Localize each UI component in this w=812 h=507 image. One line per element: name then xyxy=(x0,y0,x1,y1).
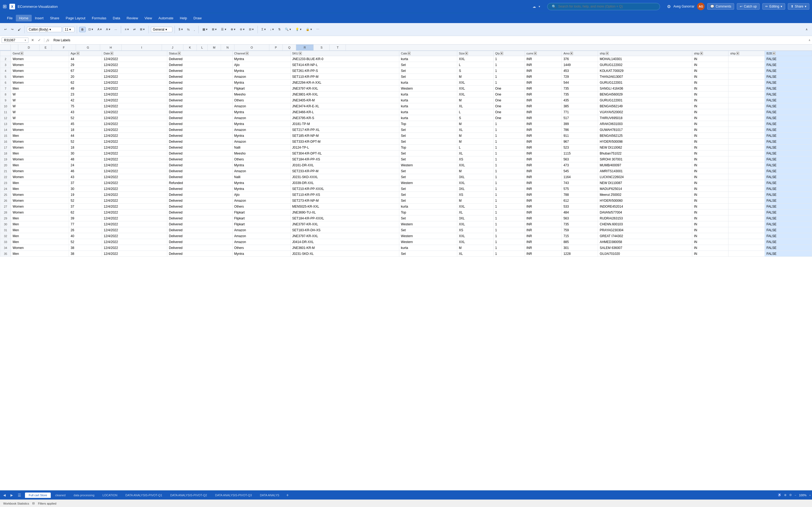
table-cell[interactable]: 3XL xyxy=(457,186,494,192)
table-cell[interactable]: Set xyxy=(399,62,457,68)
table-cell[interactable]: Women xyxy=(11,139,69,145)
table-cell[interactable]: 30 xyxy=(69,151,102,156)
table-cell[interactable]: Delivered xyxy=(167,156,233,162)
table-cell[interactable]: INR xyxy=(525,215,562,221)
select-all-button[interactable] xyxy=(11,45,18,50)
header-b2b[interactable]: B2B ▾ xyxy=(765,51,812,56)
catchup-button[interactable]: ↩ Catch up xyxy=(737,3,760,10)
filter-icon-ship1[interactable]: ▾ xyxy=(606,52,609,55)
table-cell[interactable]: Delivered xyxy=(167,186,233,192)
table-cell[interactable]: FALSE xyxy=(765,97,812,103)
formula-input[interactable] xyxy=(52,38,807,43)
table-cell[interactable] xyxy=(728,233,765,239)
table-cell[interactable]: kurta xyxy=(399,245,457,251)
table-cell[interactable]: Men xyxy=(11,251,69,257)
table-cell[interactable]: Set xyxy=(399,74,457,80)
table-cell[interactable]: Men xyxy=(11,133,69,139)
table-cell[interactable]: M xyxy=(457,139,494,145)
table-cell[interactable] xyxy=(728,127,765,133)
align-left-button[interactable]: ≡ ▾ xyxy=(123,26,131,32)
table-cell[interactable]: 39 xyxy=(69,215,102,221)
table-cell[interactable] xyxy=(728,215,765,221)
table-cell[interactable]: 301 xyxy=(562,245,598,251)
table-cell[interactable]: Western xyxy=(399,233,457,239)
table-cell[interactable]: INR xyxy=(525,210,562,215)
table-cell[interactable]: 12/4/2022 xyxy=(102,239,167,245)
table-cell[interactable]: Set xyxy=(399,198,457,204)
table-cell[interactable]: 12/4/2022 xyxy=(102,103,167,109)
table-cell[interactable]: FALSE xyxy=(765,210,812,215)
table-cell[interactable]: kurta xyxy=(399,109,457,115)
table-cell[interactable]: W xyxy=(11,92,69,97)
table-cell[interactable]: 1 xyxy=(494,127,525,133)
table-cell[interactable]: Western xyxy=(399,180,457,186)
table-cell[interactable]: 1 xyxy=(494,204,525,210)
table-cell[interactable]: Flipkart xyxy=(233,215,291,221)
table-cell[interactable]: Nalli xyxy=(233,145,291,151)
table-cell[interactable]: Delivered xyxy=(167,168,233,174)
table-cell[interactable]: IN xyxy=(692,198,728,204)
table-cell[interactable]: IN xyxy=(692,239,728,245)
table-cell[interactable] xyxy=(728,192,765,198)
table-cell[interactable]: IN xyxy=(692,227,728,233)
table-cell[interactable]: KOLKAT.700029 xyxy=(598,68,692,74)
percent-button[interactable]: % xyxy=(186,27,192,32)
row-number[interactable]: 33 xyxy=(0,239,11,245)
table-cell[interactable]: 12/4/2022 xyxy=(102,245,167,251)
network-icon[interactable]: ⊕ xyxy=(784,493,786,497)
table-cell[interactable]: JNE3797-KR-XXL xyxy=(291,233,399,239)
table-cell[interactable]: SALEM 636007 xyxy=(598,245,692,251)
table-cell[interactable]: Delivered xyxy=(167,221,233,227)
col-header-N[interactable]: N xyxy=(221,45,235,50)
table-cell[interactable] xyxy=(728,133,765,139)
table-cell[interactable]: J0181-TP-M xyxy=(291,121,399,127)
table-cell[interactable]: 1 xyxy=(494,174,525,180)
table-cell[interactable]: 1 xyxy=(494,74,525,80)
find-button[interactable]: 🔍 ▾ xyxy=(283,26,293,32)
table-cell[interactable]: FALSE xyxy=(765,127,812,133)
cell-reference-box[interactable]: R31067 ▾ xyxy=(2,38,29,43)
table-cell[interactable]: 40 xyxy=(69,233,102,239)
row-number[interactable]: 29 xyxy=(0,215,11,221)
col-header-P[interactable]: P xyxy=(269,45,283,50)
table-cell[interactable] xyxy=(728,139,765,145)
format-painter-button[interactable]: 🖌 xyxy=(16,27,22,32)
table-cell[interactable]: 544 xyxy=(562,80,598,86)
table-cell[interactable]: XS xyxy=(457,192,494,198)
table-cell[interactable]: 1 xyxy=(494,251,525,257)
sheet-tab-pivot-q2[interactable]: DATA ANALYSIS-PIVOT-Q2 xyxy=(166,493,211,498)
table-cell[interactable]: IN xyxy=(692,180,728,186)
table-cell[interactable]: IN xyxy=(692,245,728,251)
table-cell[interactable]: IN xyxy=(692,251,728,257)
table-cell[interactable]: FALSE xyxy=(765,168,812,174)
table-cell[interactable]: Delivered xyxy=(167,74,233,80)
table-cell[interactable]: Set xyxy=(399,133,457,139)
table-cell[interactable]: JNE3474-KR-E-XL xyxy=(291,103,399,109)
table-cell[interactable]: 23 xyxy=(69,92,102,97)
table-cell[interactable]: IN xyxy=(692,103,728,109)
table-cell[interactable]: FALSE xyxy=(765,245,812,251)
table-cell[interactable]: INR xyxy=(525,56,562,62)
table-cell[interactable]: Delivered xyxy=(167,56,233,62)
table-cell[interactable]: 12/4/2022 xyxy=(102,92,167,97)
table-cell[interactable]: FALSE xyxy=(765,68,812,74)
table-cell[interactable]: INR xyxy=(525,133,562,139)
table-cell[interactable]: INR xyxy=(525,68,562,74)
table-cell[interactable]: Men xyxy=(11,180,69,186)
table-cell[interactable]: INR xyxy=(525,115,562,121)
row-number[interactable]: 35 xyxy=(0,251,11,257)
ribbon-collapse-button[interactable]: ∧ xyxy=(804,26,809,32)
table-cell[interactable]: Amazon xyxy=(233,74,291,80)
table-cell[interactable]: Myntra xyxy=(233,186,291,192)
table-cell[interactable]: Delivered xyxy=(167,204,233,210)
format-cells-button[interactable]: ⊟ ▾ xyxy=(247,26,255,32)
table-cell[interactable]: HYDER/500060 xyxy=(598,198,692,204)
menu-item-automate[interactable]: Automate xyxy=(155,15,177,21)
table-cell[interactable]: GUJAI701020 xyxy=(598,251,692,257)
row-number[interactable]: 6 xyxy=(0,80,11,86)
table-cell[interactable]: FALSE xyxy=(765,198,812,204)
header-size[interactable]: Size ▾ xyxy=(457,51,494,56)
table-cell[interactable]: Men xyxy=(11,227,69,233)
table-cell[interactable]: 12/4/2022 xyxy=(102,56,167,62)
table-cell[interactable]: 45 xyxy=(69,121,102,127)
